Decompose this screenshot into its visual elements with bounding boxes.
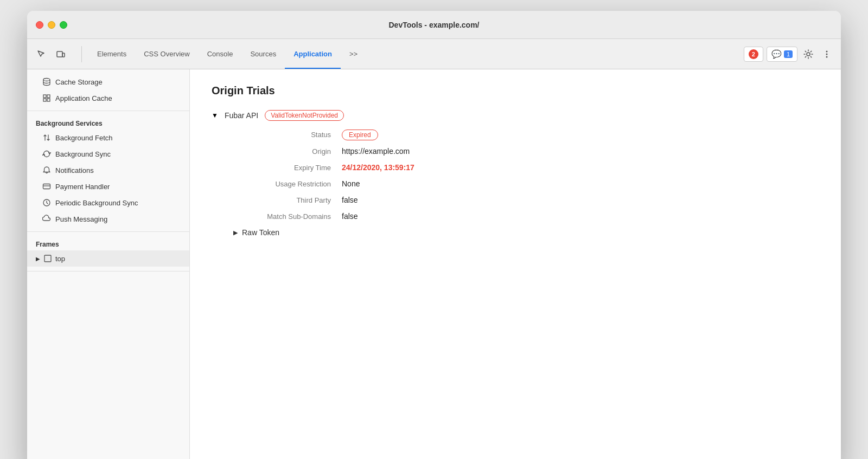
third-party-value: false <box>342 196 358 204</box>
main-layout: Cache Storage Application Cache <box>27 69 841 459</box>
cache-storage-label: Cache Storage <box>55 78 103 86</box>
raw-token-label: Raw Token <box>242 228 279 237</box>
toolbar: Elements CSS Overview Console Sources Ap… <box>27 39 841 69</box>
tab-css-overview[interactable]: CSS Overview <box>135 39 199 69</box>
svg-rect-1 <box>62 53 65 57</box>
frames-title: Frames <box>27 236 189 250</box>
message-icon: 💬 <box>771 49 782 59</box>
frame-icon <box>43 254 52 263</box>
third-party-label: Third Party <box>233 196 342 204</box>
svg-point-6 <box>43 79 50 81</box>
tab-overflow[interactable]: >> <box>341 39 366 69</box>
sidebar-item-background-fetch[interactable]: Background Fetch <box>27 130 189 146</box>
status-row: Status Expired <box>233 130 819 139</box>
window-title: DevTools - example.com/ <box>388 21 479 29</box>
sidebar-item-push-messaging[interactable]: Push Messaging <box>27 211 189 227</box>
svg-point-4 <box>826 53 828 55</box>
tab-elements[interactable]: Elements <box>88 39 135 69</box>
toolbar-left <box>34 47 68 62</box>
tab-sources[interactable]: Sources <box>241 39 285 69</box>
credit-card-icon <box>42 182 51 191</box>
tab-console[interactable]: Console <box>199 39 242 69</box>
sidebar: Cache Storage Application Cache <box>27 69 190 459</box>
clock-icon <box>42 198 51 207</box>
raw-token-section[interactable]: ▶ Raw Token <box>233 228 819 237</box>
periodic-background-sync-label: Periodic Background Sync <box>55 199 138 207</box>
background-fetch-label: Background Fetch <box>55 134 113 142</box>
match-subdomains-row: Match Sub-Domains false <box>233 212 819 221</box>
usage-restriction-value: None <box>342 179 360 188</box>
tabs: Elements CSS Overview Console Sources Ap… <box>88 39 742 69</box>
title-bar: DevTools - example.com/ <box>27 11 841 39</box>
frames-section: Frames ▶ top <box>27 232 189 271</box>
usage-restriction-label: Usage Restriction <box>233 180 342 188</box>
sync-icon <box>42 150 51 158</box>
svg-point-3 <box>826 50 828 52</box>
settings-button[interactable] <box>801 47 816 62</box>
error-badge-button[interactable]: 2 <box>744 47 763 62</box>
sidebar-item-application-cache[interactable]: Application Cache <box>27 90 189 106</box>
maximize-button[interactable] <box>60 21 67 29</box>
background-services-section: Background Services Background Fetch <box>27 111 189 232</box>
detail-table: Status Expired Origin https://example.co… <box>233 130 819 221</box>
expiry-label: Expiry Time <box>233 164 342 172</box>
sidebar-item-top[interactable]: ▶ top <box>27 250 189 267</box>
top-expand-icon: ▶ <box>36 256 40 262</box>
expired-badge: Expired <box>342 130 378 140</box>
api-header: ▼ Fubar API ValidTokenNotProvided <box>212 110 819 121</box>
svg-rect-0 <box>57 51 62 57</box>
expiry-value: 24/12/2020, 13:59:17 <box>342 163 414 172</box>
background-sync-label: Background Sync <box>55 150 111 158</box>
api-collapse-icon[interactable]: ▼ <box>212 112 218 119</box>
status-label: Status <box>233 131 342 139</box>
api-section: ▼ Fubar API ValidTokenNotProvided Status… <box>212 110 819 237</box>
origin-value: https://example.com <box>342 147 410 156</box>
match-subdomains-label: Match Sub-Domains <box>233 212 342 221</box>
devtools-window: DevTools - example.com/ Elements CSS Ove… <box>27 11 841 459</box>
inspect-icon[interactable] <box>34 47 49 62</box>
grid-icon <box>42 94 51 102</box>
minimize-button[interactable] <box>48 21 55 29</box>
status-value: Expired <box>342 130 378 139</box>
more-button[interactable] <box>819 47 834 62</box>
origin-label: Origin <box>233 147 342 156</box>
expiry-row: Expiry Time 24/12/2020, 13:59:17 <box>233 163 819 172</box>
usage-restriction-row: Usage Restriction None <box>233 179 819 188</box>
match-subdomains-value: false <box>342 212 358 221</box>
traffic-lights <box>36 21 67 29</box>
close-button[interactable] <box>36 21 43 29</box>
bell-icon <box>42 166 51 174</box>
svg-rect-9 <box>43 99 46 101</box>
sidebar-item-payment-handler[interactable]: Payment Handler <box>27 178 189 195</box>
payment-handler-label: Payment Handler <box>55 183 110 191</box>
toolbar-divider <box>81 46 82 62</box>
page-title: Origin Trials <box>212 85 819 97</box>
push-messaging-label: Push Messaging <box>55 215 107 223</box>
sidebar-item-periodic-background-sync[interactable]: Periodic Background Sync <box>27 195 189 211</box>
svg-rect-8 <box>47 95 50 98</box>
toolbar-right: 2 💬 1 <box>744 47 834 62</box>
cloud-icon <box>42 215 51 223</box>
svg-point-5 <box>826 56 828 57</box>
raw-token-expand-icon: ▶ <box>233 229 238 236</box>
sidebar-item-cache-storage[interactable]: Cache Storage <box>27 74 189 90</box>
api-name: Fubar API <box>225 111 258 120</box>
third-party-row: Third Party false <box>233 196 819 204</box>
background-services-title: Background Services <box>27 115 189 130</box>
tab-application[interactable]: Application <box>285 39 341 69</box>
svg-rect-13 <box>44 255 51 262</box>
svg-rect-10 <box>47 99 50 101</box>
svg-point-2 <box>807 53 810 56</box>
sidebar-item-background-sync[interactable]: Background Sync <box>27 146 189 162</box>
application-cache-label: Application Cache <box>55 94 112 102</box>
device-toggle-icon[interactable] <box>53 47 68 62</box>
warning-badge-button[interactable]: 💬 1 <box>767 47 797 62</box>
content-area: Origin Trials ▼ Fubar API ValidTokenNotP… <box>190 69 841 459</box>
svg-rect-7 <box>43 95 46 98</box>
warning-count: 1 <box>784 50 793 58</box>
storage-section: Cache Storage Application Cache <box>27 69 189 111</box>
sidebar-item-notifications[interactable]: Notifications <box>27 162 189 178</box>
top-frame-label: top <box>55 255 65 263</box>
database-icon <box>42 77 51 86</box>
arrows-updown-icon <box>42 133 51 142</box>
